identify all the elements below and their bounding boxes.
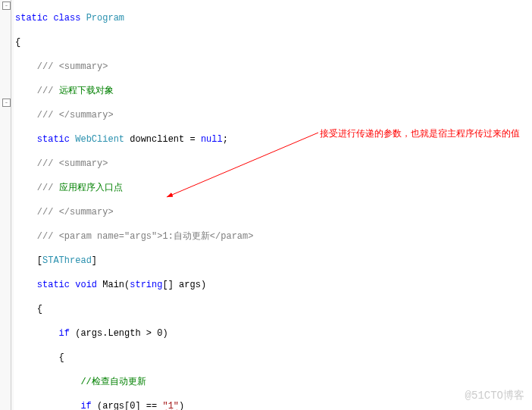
annotation-text: 接受进行传递的参数，也就是宿主程序传过来的值 — [320, 127, 520, 140]
gutter-border — [11, 0, 11, 410]
gutter: - - — [0, 0, 14, 410]
code-editor: static class Program { /// <summary> ///… — [15, 0, 532, 410]
fold-icon[interactable]: - — [2, 99, 11, 107]
watermark: @51CTO博客 — [465, 389, 524, 402]
fold-icon[interactable]: - — [2, 2, 11, 10]
